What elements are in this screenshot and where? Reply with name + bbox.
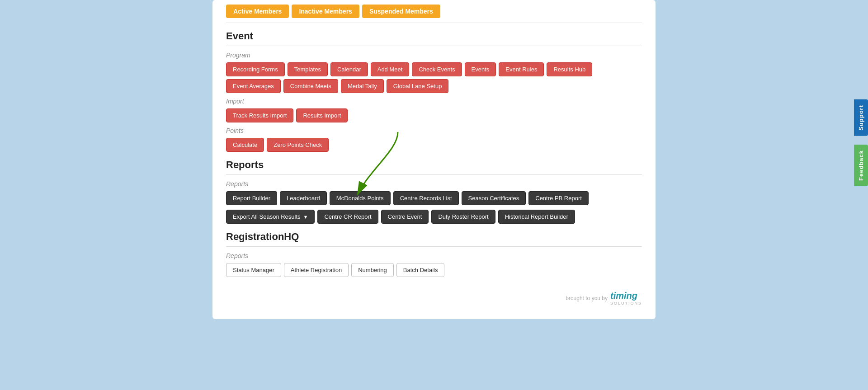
export-label: Export All Season Results (233, 213, 301, 220)
check-events-button[interactable]: Check Events (412, 62, 462, 76)
reports-subsection: Reports Report Builder Leaderboard McDon… (226, 180, 642, 224)
add-meet-button[interactable]: Add Meet (371, 62, 410, 76)
import-btn-group: Track Results Import Results Import (226, 108, 642, 122)
support-button[interactable]: Support (854, 99, 868, 136)
combine-meets-button[interactable]: Combine Meets (283, 79, 338, 93)
active-members-tab[interactable]: Active Members (226, 5, 289, 18)
reports-divider (226, 174, 642, 175)
medal-tally-button[interactable]: Medal Tally (341, 79, 384, 93)
registrationhq-title: RegistrationHQ (226, 231, 642, 243)
suspended-members-tab[interactable]: Suspended Members (362, 5, 440, 18)
season-certificates-button[interactable]: Season Certificates (462, 191, 526, 205)
event-averages-button[interactable]: Event Averages (226, 79, 281, 93)
recording-forms-button[interactable]: Recording Forms (226, 62, 285, 76)
timing-solutions-text: SOLUTIONS (610, 301, 642, 305)
event-rules-button[interactable]: Event Rules (499, 62, 544, 76)
events-button[interactable]: Events (465, 62, 496, 76)
main-card: Active Members Inactive Members Suspende… (212, 0, 656, 319)
export-all-season-results-button[interactable]: Export All Season Results ▼ (226, 210, 315, 224)
report-builder-button[interactable]: Report Builder (226, 191, 277, 205)
import-label: Import (226, 98, 642, 105)
calendar-button[interactable]: Calendar (330, 62, 368, 76)
points-btn-group: Calculate Zero Points Check (226, 138, 642, 152)
footer-brand: brought to you by timing SOLUTIONS (566, 291, 642, 305)
calculate-button[interactable]: Calculate (226, 138, 264, 152)
program-btn-group: Recording Forms Templates Calendar Add M… (226, 62, 642, 93)
timing-logo: timing (610, 291, 637, 301)
status-manager-button[interactable]: Status Manager (226, 263, 281, 277)
leaderboard-button[interactable]: Leaderboard (280, 191, 327, 205)
event-divider (226, 46, 642, 46)
reports-sub-label: Reports (226, 180, 642, 188)
registrationhq-divider (226, 246, 642, 247)
templates-button[interactable]: Templates (288, 62, 328, 76)
centre-records-list-button[interactable]: Centre Records List (393, 191, 459, 205)
feedback-button[interactable]: Feedback (854, 145, 868, 186)
reports-title: Reports (226, 159, 642, 171)
footer: brought to you by timing SOLUTIONS (226, 286, 642, 305)
top-tabs-row: Active Members Inactive Members Suspende… (226, 5, 642, 23)
event-section: Event Program Recording Forms Templates … (226, 30, 642, 152)
batch-details-button[interactable]: Batch Details (396, 263, 445, 277)
track-results-import-button[interactable]: Track Results Import (226, 108, 293, 122)
global-lane-setup-button[interactable]: Global Lane Setup (387, 79, 449, 93)
registration-btn-group: Status Manager Athlete Registration Numb… (226, 263, 642, 277)
points-subsection: Points Calculate Zero Points Check (226, 127, 642, 152)
athlete-registration-button[interactable]: Athlete Registration (284, 263, 349, 277)
reports-btn-group-row1: Report Builder Leaderboard McDonalds Poi… (226, 191, 642, 205)
brought-by-text: brought to you by (566, 295, 608, 301)
dropdown-arrow-icon: ▼ (303, 214, 308, 220)
page-wrapper: Active Members Inactive Members Suspende… (0, 0, 868, 390)
mcdonalds-points-button[interactable]: McDonalds Points (330, 191, 391, 205)
import-subsection: Import Track Results Import Results Impo… (226, 98, 642, 122)
program-subsection: Program Recording Forms Templates Calend… (226, 52, 642, 93)
results-import-button[interactable]: Results Import (296, 108, 348, 122)
program-label: Program (226, 52, 642, 59)
inactive-members-tab[interactable]: Inactive Members (292, 5, 359, 18)
reports-btn-group-row2: Export All Season Results ▼ Centre CR Re… (226, 210, 642, 224)
centre-cr-report-button[interactable]: Centre CR Report (317, 210, 378, 224)
registration-reports-label: Reports (226, 252, 642, 259)
centre-event-button[interactable]: Centre Event (381, 210, 429, 224)
registration-reports-subsection: Reports Status Manager Athlete Registrat… (226, 252, 642, 277)
zero-points-check-button[interactable]: Zero Points Check (267, 138, 329, 152)
registrationhq-section: RegistrationHQ Reports Status Manager At… (226, 231, 642, 277)
points-label: Points (226, 127, 642, 134)
duty-roster-report-button[interactable]: Duty Roster Report (431, 210, 495, 224)
reports-section: Reports Reports Report Builder Leaderboa… (226, 159, 642, 224)
event-title: Event (226, 30, 642, 42)
timing-logo-block: timing SOLUTIONS (610, 291, 642, 305)
numbering-button[interactable]: Numbering (351, 263, 394, 277)
centre-pb-report-button[interactable]: Centre PB Report (528, 191, 589, 205)
historical-report-builder-button[interactable]: Historical Report Builder (498, 210, 575, 224)
results-hub-button[interactable]: Results Hub (547, 62, 592, 76)
